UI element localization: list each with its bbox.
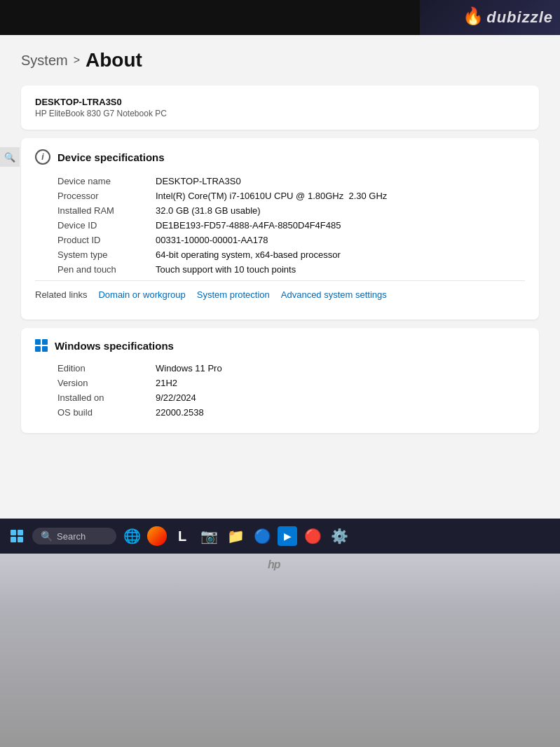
spec-value: DESKTOP-LTRA3S0	[156, 176, 241, 186]
spec-label: Product ID	[57, 235, 156, 245]
spec-value: Intel(R) Core(TM) i7-10610U CPU @ 1.80GH…	[156, 191, 387, 201]
spec-label: Version	[57, 378, 156, 388]
related-links: Related links Domain or workgroup System…	[35, 280, 525, 308]
spec-row-device-name: Device name DESKTOP-LTRA3S0	[57, 176, 525, 186]
windows-specs-card: Windows specifications Edition Windows 1…	[21, 328, 539, 433]
device-specs-title: Device specifications	[57, 151, 165, 163]
search-label: Search	[57, 531, 86, 542]
taskbar-store-icon[interactable]: ▶	[278, 526, 297, 546]
domain-workgroup-link[interactable]: Domain or workgroup	[98, 289, 185, 300]
spec-value: 21H2	[156, 378, 177, 388]
breadcrumb-system: System	[21, 53, 68, 69]
device-specs-card: i Device specifications Device name DESK…	[21, 138, 539, 320]
dubizzle-brand: dubizzle	[486, 8, 553, 27]
taskbar-settings-icon[interactable]: ⚙️	[328, 525, 350, 547]
taskbar-camera-icon[interactable]: 📷	[198, 525, 220, 547]
taskbar-folder-icon[interactable]: 📁	[224, 525, 247, 547]
spec-row-system-type: System type 64-bit operating system, x64…	[57, 249, 525, 260]
taskbar-edge-icon[interactable]: 🌐	[121, 525, 143, 547]
spec-row-processor: Processor Intel(R) Core(TM) i7-10610U CP…	[57, 191, 525, 201]
windows-start-icon	[11, 530, 23, 542]
spec-value: 00331-10000-00001-AA178	[156, 235, 268, 245]
spec-label: Edition	[57, 363, 156, 374]
screen-bezel: 🔥 dubizzle 🔍 System > About DESKTOP-LTRA…	[0, 0, 560, 554]
svg-text:hp: hp	[268, 558, 281, 570]
windows-specs-header: Windows specifications	[35, 339, 525, 352]
taskbar: 🔍 Search 🌐 L 📷 📁 🔵 ▶ 🔴 ⚙️	[0, 519, 560, 554]
spec-label: Installed on	[57, 392, 156, 403]
spec-row-product-id: Product ID 00331-10000-00001-AA178	[57, 235, 525, 245]
spec-row-installed-on: Installed on 9/22/2024	[57, 392, 525, 403]
windows-specs-table: Edition Windows 11 Pro Version 21H2 Inst…	[35, 363, 525, 418]
spec-row-device-id: Device ID DE1BE193-FD57-4888-A4FA-8850D4…	[57, 220, 525, 231]
spec-row-version: Version 21H2	[57, 378, 525, 388]
search-icon: 🔍	[41, 530, 53, 542]
spec-label: OS build	[57, 407, 156, 418]
spec-value: 64-bit operating system, x64-based proce…	[156, 249, 341, 260]
spec-value: Windows 11 Pro	[156, 363, 222, 374]
spec-row-edition: Edition Windows 11 Pro	[57, 363, 525, 374]
info-icon: i	[35, 149, 50, 165]
breadcrumb-about: About	[86, 49, 142, 71]
taskbar-search[interactable]: 🔍 Search	[32, 528, 116, 544]
breadcrumb: System > About	[21, 49, 539, 71]
laptop-outer: 🔥 dubizzle 🔍 System > About DESKTOP-LTRA…	[0, 0, 560, 747]
taskbar-circle-icon[interactable]	[147, 526, 167, 546]
taskbar-browser-icon[interactable]: 🔵	[251, 525, 273, 547]
spec-label: Device ID	[57, 220, 156, 231]
settings-content: 🔍 System > About DESKTOP-LTRA3S0 HP Elit…	[0, 35, 560, 519]
spec-row-ram: Installed RAM 32.0 GB (31.8 GB usable)	[57, 205, 525, 216]
taskbar-chrome-icon[interactable]: 🔴	[301, 525, 324, 547]
laptop-body: hp f3 ✱ f4 ✱ f5 ♪ f6 ◁ f7 ▷ f8 ↑ f9 ≡ in…	[0, 554, 560, 747]
device-hostname: DESKTOP-LTRA3S0	[35, 97, 525, 107]
spec-label: Installed RAM	[57, 205, 156, 216]
windows-icon	[35, 339, 48, 352]
taskbar-l-icon[interactable]: L	[171, 525, 193, 547]
start-button[interactable]	[6, 525, 28, 547]
system-protection-link[interactable]: System protection	[197, 289, 270, 300]
hp-logo: hp	[266, 557, 294, 575]
dubizzle-watermark: 🔥 dubizzle	[420, 0, 560, 35]
spec-value: 22000.2538	[156, 407, 204, 418]
device-specs-table: Device name DESKTOP-LTRA3S0 Processor In…	[35, 176, 525, 275]
breadcrumb-arrow: >	[74, 54, 80, 67]
spec-value: 32.0 GB (31.8 GB usable)	[156, 205, 261, 216]
spec-value: 9/22/2024	[156, 392, 196, 403]
spec-label: Device name	[57, 176, 156, 186]
device-specs-header: i Device specifications	[35, 149, 525, 165]
spec-row-os-build: OS build 22000.2538	[57, 407, 525, 418]
flame-icon: 🔥	[463, 6, 484, 26]
windows-specs-title: Windows specifications	[55, 340, 174, 352]
spec-label: Pen and touch	[57, 264, 156, 275]
related-links-label: Related links	[35, 289, 87, 300]
spec-value: DE1BE193-FD57-4888-A4FA-8850D4F4F485	[156, 220, 341, 231]
spec-label: Processor	[57, 191, 156, 201]
device-model: HP EliteBook 830 G7 Notebook PC	[35, 109, 525, 118]
device-card: DESKTOP-LTRA3S0 HP EliteBook 830 G7 Note…	[21, 85, 539, 130]
spec-value: Touch support with 10 touch points	[156, 264, 296, 275]
spec-row-pen-touch: Pen and touch Touch support with 10 touc…	[57, 264, 525, 275]
advanced-system-settings-link[interactable]: Advanced system settings	[281, 289, 387, 300]
search-sidebar-icon[interactable]: 🔍	[0, 147, 20, 167]
spec-label: System type	[57, 249, 156, 260]
